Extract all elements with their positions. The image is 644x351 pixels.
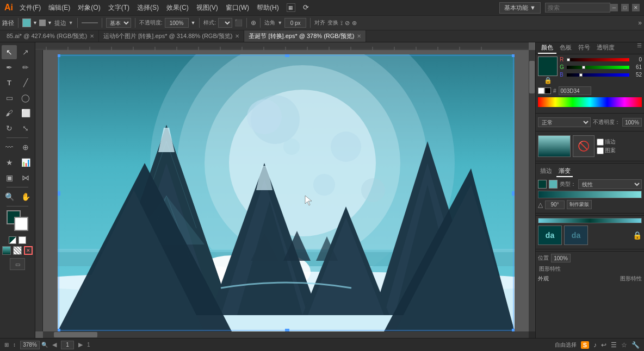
shadow-checkbox-label[interactable]: 描边	[597, 138, 616, 146]
menu-select[interactable]: 选择(S)	[137, 3, 159, 12]
tab-3-close[interactable]: ✕	[357, 33, 361, 39]
corner-input[interactable]	[284, 18, 306, 28]
menu-edit[interactable]: 编辑(E)	[48, 3, 70, 12]
default-colors-btn[interactable]	[18, 236, 26, 244]
hex-input[interactable]	[559, 86, 591, 95]
background-swatch[interactable]	[14, 217, 28, 231]
right-arrow[interactable]: »	[638, 19, 642, 27]
position-input[interactable]	[551, 254, 571, 262]
color-spectrum[interactable]	[538, 97, 642, 107]
tab-transparency-header[interactable]: 透明度	[593, 42, 618, 54]
menu-view[interactable]: 视图(V)	[196, 3, 218, 12]
g-thumb[interactable]	[582, 66, 585, 69]
nav-next-btn[interactable]: ▶	[78, 341, 83, 348]
ellipse-tool[interactable]: ◯	[18, 91, 33, 105]
color-gradient-slider[interactable]	[538, 218, 642, 223]
b-slider[interactable]	[567, 73, 629, 77]
menu-icon1[interactable]: ▦	[287, 3, 295, 12]
gradient-type-select[interactable]: 线性	[578, 179, 642, 189]
direct-select-tool[interactable]: ↗	[18, 45, 33, 59]
gradient-color-swatch-2[interactable]	[549, 180, 558, 189]
zoom-input[interactable]	[20, 341, 40, 349]
graph-tool[interactable]: 📊	[18, 155, 33, 170]
style-select[interactable]	[218, 18, 232, 28]
tab-symbol[interactable]: 符号	[575, 42, 593, 54]
thumb-1[interactable]: da	[538, 225, 562, 245]
search-input[interactable]	[545, 3, 610, 12]
angle-input[interactable]	[545, 200, 565, 209]
pen-tool[interactable]: ✒	[2, 60, 17, 74]
thumb-2[interactable]: da	[564, 225, 588, 245]
g-slider[interactable]	[567, 66, 629, 69]
slice-tool[interactable]: ⋈	[18, 171, 33, 185]
r-thumb[interactable]	[567, 58, 570, 61]
vertical-scrollbar[interactable]	[529, 50, 535, 331]
artboard-tool[interactable]: ▣	[2, 171, 17, 185]
opacity-value-input[interactable]	[622, 118, 642, 127]
transform-icon3[interactable]: ⊛	[352, 20, 357, 27]
tab-color[interactable]: 颜色	[538, 42, 556, 54]
symbol-tool[interactable]: ★	[2, 155, 17, 170]
corner-dropdown[interactable]: ▼	[277, 20, 282, 26]
rotate-tool[interactable]: ↻	[2, 121, 17, 135]
main-color-swatch[interactable]	[538, 57, 558, 76]
shadow-checkbox[interactable]	[597, 139, 604, 146]
hand-tool[interactable]: ✋	[18, 190, 33, 204]
tab-2[interactable]: 运动6个图片 [转换].eps* @ 314.88% (RGB/预览) ✕	[99, 30, 244, 42]
make-mask-btn[interactable]: 制作蒙版	[567, 200, 592, 209]
workspace-button[interactable]: 基本功能 ▼	[499, 2, 541, 14]
close-button[interactable]: ✕	[632, 4, 640, 11]
none-swatch[interactable]: ✕	[24, 246, 33, 255]
blend-mode-select[interactable]: 正常	[538, 117, 591, 127]
status-icon-undo[interactable]: ↩	[601, 341, 606, 349]
line-tool[interactable]: ╱	[18, 76, 33, 90]
status-icon-music[interactable]: ♪	[593, 341, 597, 349]
opacity-checkbox-label[interactable]: 图案	[597, 147, 616, 154]
zoom-tool[interactable]: 🔍	[2, 190, 17, 204]
menu-icon2[interactable]: ⟳	[303, 3, 309, 12]
blend-tool[interactable]: ⊕	[18, 140, 33, 154]
stroke-dropdown-icon[interactable]: ▼	[47, 20, 52, 26]
tab-1-close[interactable]: ✕	[90, 33, 94, 39]
scrollbar-thumb-v[interactable]	[529, 61, 535, 93]
style-icon[interactable]: ⬛	[234, 19, 243, 27]
opacity-checkbox[interactable]	[597, 147, 604, 154]
rect-tool[interactable]: ▭	[2, 91, 17, 105]
stroke-swatch[interactable]	[39, 20, 46, 26]
pencil-tool[interactable]: ✏	[18, 60, 33, 74]
stroke-tab-grad[interactable]: 渐变	[556, 166, 573, 177]
r-slider[interactable]	[567, 58, 629, 61]
opacity-input[interactable]	[165, 18, 189, 28]
opacity-dropdown[interactable]: ▼	[191, 20, 196, 26]
menu-object[interactable]: 对象(O)	[78, 3, 100, 12]
gradient-preview[interactable]	[538, 135, 571, 157]
fill-dropdown-icon[interactable]: ▼	[33, 20, 38, 26]
toolbar-dropdown1[interactable]: ▼	[69, 20, 73, 26]
no-gradient-icon[interactable]: 🚫	[573, 135, 595, 157]
transform-icon1[interactable]: ⟟	[340, 20, 343, 27]
scale-tool[interactable]: ⤡	[18, 121, 33, 135]
tab-2-close[interactable]: ✕	[235, 33, 239, 39]
status-icon-menu[interactable]: ☰	[611, 341, 617, 349]
tab-1[interactable]: 85.ai* @ 427.64% (RGB/预览) ✕	[2, 30, 99, 42]
swap-colors-btn[interactable]	[9, 236, 16, 244]
type-tool[interactable]: T	[2, 76, 17, 90]
menu-window[interactable]: 窗口(W)	[226, 3, 249, 12]
stroke-tab-desc[interactable]: 描边	[538, 166, 554, 177]
horizontal-scrollbar[interactable]	[43, 331, 529, 338]
minimize-button[interactable]: ─	[610, 4, 618, 11]
canvas-icon-btn[interactable]: ▭	[10, 258, 25, 270]
scrollbar-thumb-h[interactable]	[54, 332, 97, 337]
status-icon-star[interactable]: ☆	[621, 341, 627, 349]
gradient-bar[interactable]	[538, 191, 642, 198]
nav-prev-btn[interactable]: ◀	[52, 341, 57, 348]
panel-menu-btn[interactable]: ☰	[637, 42, 642, 54]
gradient-color-swatch-1[interactable]	[538, 180, 547, 189]
menu-help[interactable]: 帮助(H)	[257, 3, 279, 12]
page-number-input[interactable]	[61, 341, 74, 349]
warp-tool[interactable]: 〰	[2, 140, 17, 154]
menu-effect[interactable]: 效果(C)	[166, 3, 189, 12]
maximize-button[interactable]: □	[621, 4, 629, 11]
tab-3[interactable]: 圣诞节 [转换].eps* @ 378% (RGB/预览) ✕	[244, 30, 366, 42]
pattern-swatch[interactable]	[13, 246, 22, 255]
